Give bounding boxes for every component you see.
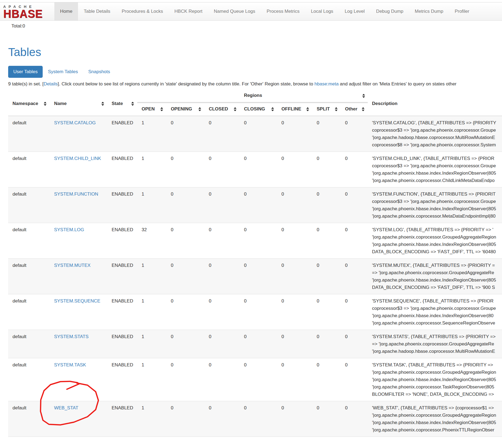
closing-count[interactable]: 0 <box>240 187 277 223</box>
split-count[interactable]: 0 <box>312 152 341 187</box>
offline-count[interactable]: 0 <box>277 330 313 358</box>
other-count[interactable]: 0 <box>341 223 368 259</box>
sort-icon[interactable] <box>362 107 364 111</box>
nav-item-log-level[interactable]: Log Level <box>339 2 370 20</box>
sort-icon[interactable] <box>306 107 309 111</box>
table-name-link[interactable]: SYSTEM.CHILD_LINK <box>50 152 107 187</box>
sort-icon[interactable] <box>362 94 365 98</box>
hbase-meta-link[interactable]: hbase:meta <box>314 81 339 86</box>
other-count[interactable]: 0 <box>341 116 368 152</box>
tab-snapshots[interactable]: Snapshots <box>83 66 115 78</box>
opening-count[interactable]: 0 <box>166 259 204 294</box>
open-count[interactable]: 1 <box>137 259 166 294</box>
col-header-regions[interactable]: Regions <box>244 93 262 98</box>
closed-count[interactable]: 0 <box>204 259 240 294</box>
split-count[interactable]: 0 <box>312 259 341 294</box>
opening-count[interactable]: 0 <box>166 358 204 401</box>
offline-count[interactable]: 0 <box>277 187 313 223</box>
closing-count[interactable]: 0 <box>240 330 277 358</box>
sort-icon[interactable] <box>198 107 201 111</box>
split-count[interactable]: 0 <box>312 223 341 259</box>
closed-count[interactable]: 0 <box>204 330 240 358</box>
closed-count[interactable]: 0 <box>204 152 240 187</box>
table-name-link[interactable]: SYSTEM.MUTEX <box>50 259 107 294</box>
col-header-closed[interactable]: CLOSED <box>209 106 228 112</box>
table-name-link[interactable]: SYSTEM.FUNCTION <box>54 191 98 197</box>
split-count[interactable]: 0 <box>312 116 341 152</box>
offline-count[interactable]: 0 <box>277 358 313 401</box>
opening-count[interactable]: 0 <box>166 152 204 187</box>
table-name-link[interactable]: SYSTEM.CATALOG <box>50 116 107 152</box>
other-count[interactable]: 0 <box>341 152 368 187</box>
col-header-split[interactable]: SPLIT <box>317 106 330 112</box>
closing-count[interactable]: 0 <box>240 259 277 294</box>
offline-count[interactable]: 0 <box>277 116 313 152</box>
open-count[interactable]: 32 <box>137 223 166 259</box>
split-count[interactable]: 0 <box>312 294 341 330</box>
closing-count[interactable]: 0 <box>240 294 277 330</box>
other-count[interactable]: 0 <box>341 401 368 437</box>
table-name-link[interactable]: WEB_STAT <box>50 401 107 437</box>
table-name-link[interactable]: SYSTEM.STATS <box>54 334 89 339</box>
closing-count[interactable]: 0 <box>240 358 277 401</box>
other-count[interactable]: 0 <box>341 330 368 358</box>
col-header-state[interactable]: State <box>112 101 123 106</box>
opening-count[interactable]: 0 <box>166 116 204 152</box>
col-header-name[interactable]: Name <box>54 101 67 106</box>
split-count[interactable]: 0 <box>312 330 341 358</box>
table-name-link[interactable]: SYSTEM.SEQUENCE <box>50 294 107 330</box>
col-header-open[interactable]: OPEN <box>142 106 155 112</box>
sort-icon[interactable] <box>234 107 236 111</box>
offline-count[interactable]: 0 <box>277 152 313 187</box>
opening-count[interactable]: 0 <box>166 294 204 330</box>
closed-count[interactable]: 0 <box>204 401 240 437</box>
col-header-closing[interactable]: CLOSING <box>244 106 265 112</box>
open-count[interactable]: 1 <box>137 152 166 187</box>
open-count[interactable]: 1 <box>137 330 166 358</box>
sort-icon[interactable] <box>44 102 46 106</box>
details-link[interactable]: Details <box>43 81 58 86</box>
tab-user-tables[interactable]: User Tables <box>8 66 43 78</box>
nav-item-metrics-dump[interactable]: Metrics Dump <box>409 2 449 20</box>
split-count[interactable]: 0 <box>312 187 341 223</box>
closing-count[interactable]: 0 <box>240 152 277 187</box>
opening-count[interactable]: 0 <box>166 187 204 223</box>
sort-icon[interactable] <box>335 107 338 111</box>
hbase-logo[interactable]: APACHE HBASE <box>0 2 54 20</box>
opening-count[interactable]: 0 <box>166 223 204 259</box>
nav-item-table-details[interactable]: Table Details <box>78 2 116 20</box>
table-name-link[interactable]: SYSTEM.MUTEX <box>54 263 91 268</box>
sort-icon[interactable] <box>160 107 163 111</box>
open-count[interactable]: 1 <box>137 358 166 401</box>
table-name-link[interactable]: SYSTEM.FUNCTION <box>50 187 107 223</box>
sort-icon[interactable] <box>131 102 134 106</box>
offline-count[interactable]: 0 <box>277 259 313 294</box>
nav-item-procedures-locks[interactable]: Procedures & Locks <box>116 2 169 20</box>
offline-count[interactable]: 0 <box>277 223 313 259</box>
closed-count[interactable]: 0 <box>204 187 240 223</box>
open-count[interactable]: 1 <box>137 401 166 437</box>
nav-item-debug-dump[interactable]: Debug Dump <box>370 2 409 20</box>
table-name-link[interactable]: SYSTEM.CATALOG <box>54 120 96 125</box>
open-count[interactable]: 1 <box>137 116 166 152</box>
table-name-link[interactable]: SYSTEM.STATS <box>50 330 107 358</box>
other-count[interactable]: 0 <box>341 187 368 223</box>
other-count[interactable]: 0 <box>341 259 368 294</box>
opening-count[interactable]: 0 <box>166 401 204 437</box>
nav-item-home[interactable]: Home <box>54 2 78 20</box>
other-count[interactable]: 0 <box>341 358 368 401</box>
col-header-opening[interactable]: OPENING <box>171 106 192 112</box>
nav-item-named-queue-logs[interactable]: Named Queue Logs <box>208 2 261 20</box>
closed-count[interactable]: 0 <box>204 223 240 259</box>
table-name-link[interactable]: SYSTEM.TASK <box>50 358 107 401</box>
offline-count[interactable]: 0 <box>277 401 313 437</box>
open-count[interactable]: 1 <box>137 294 166 330</box>
table-name-link[interactable]: SYSTEM.SEQUENCE <box>54 298 100 304</box>
table-name-link[interactable]: SYSTEM.CHILD_LINK <box>54 156 101 161</box>
other-count[interactable]: 0 <box>341 294 368 330</box>
table-name-link[interactable]: WEB_STAT <box>54 405 78 410</box>
table-name-link[interactable]: SYSTEM.LOG <box>54 227 84 232</box>
tab-system-tables[interactable]: System Tables <box>43 66 83 78</box>
open-count[interactable]: 1 <box>137 187 166 223</box>
opening-count[interactable]: 0 <box>166 330 204 358</box>
